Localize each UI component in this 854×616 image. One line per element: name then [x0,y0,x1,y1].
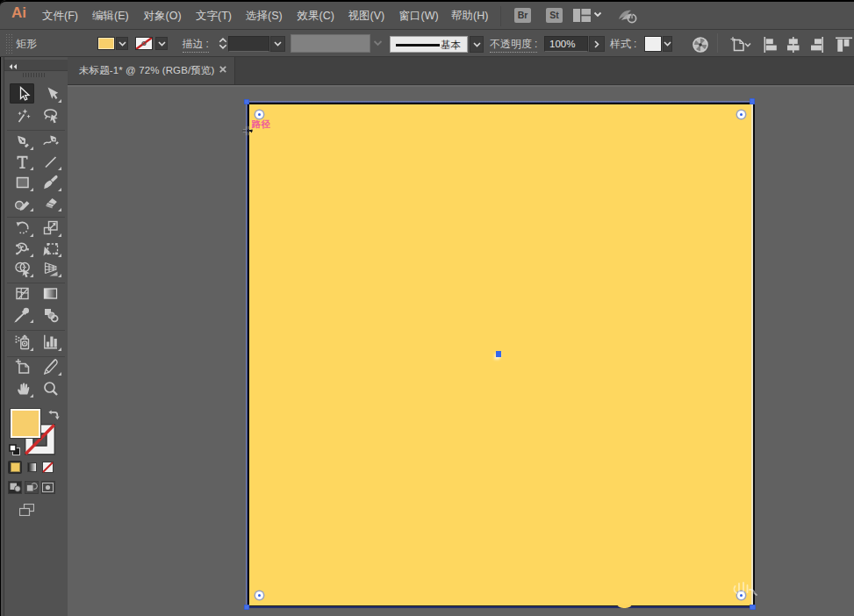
shaper-tool[interactable] [10,193,34,213]
tools-group-separator [7,130,65,131]
draw-behind-button[interactable] [25,481,39,494]
app-logo[interactable]: Ai [11,4,26,22]
stroke-weight-label[interactable]: 描边: [183,37,209,53]
menu-item-9[interactable]: 帮助(H) [451,9,488,24]
align-vertical-top-icon[interactable] [836,37,852,53]
style-swatch[interactable] [644,36,662,53]
gradient-mode-button[interactable] [25,461,39,474]
menu-item-2[interactable]: 编辑(E) [92,9,129,24]
align-horizontal-right-icon[interactable] [811,37,823,53]
draw-normal-button[interactable] [8,481,22,494]
recolor-artwork-icon[interactable] [693,37,708,53]
menu-item-7[interactable]: 视图(V) [348,9,385,24]
fill-color-chevron-button[interactable] [116,37,128,50]
stroke-color-swatch[interactable] [135,37,153,50]
tool-flyout-indicator [58,274,61,277]
menu-item-8[interactable]: 窗口(W) [399,9,439,24]
tool-flyout-indicator [30,347,33,351]
line-segment-tool[interactable] [38,152,62,172]
anchor-handle-top-right[interactable] [750,98,755,104]
tool-flyout-indicator [58,372,61,376]
tools-panel-grip[interactable] [23,73,47,77]
rectangle-tool[interactable] [10,172,34,192]
menu-item-4[interactable]: 文字(T) [196,9,232,24]
brush-definition-select[interactable]: 基本 [390,36,468,53]
direct-selection-tool[interactable] [38,83,62,104]
artboard-tool[interactable] [10,356,34,376]
anchor-handle-top-left[interactable] [244,99,249,104]
document-setup-icon[interactable] [729,37,751,52]
anchor-handle-bottom-left[interactable] [244,605,249,610]
zoom-tool[interactable] [38,378,62,398]
stroke-label-text: 描边 [183,38,204,50]
pen-tool[interactable] [10,131,34,151]
stroke-weight-chevron-button[interactable] [270,36,285,52]
control-bar-grip[interactable] [5,33,12,54]
fill-proxy[interactable] [10,408,41,439]
stroke-color-chevron-button[interactable] [155,37,168,50]
mesh-tool[interactable] [10,283,34,304]
style-chevron-button[interactable] [663,36,672,53]
align-horizontal-center-icon[interactable] [787,37,800,53]
stroke-weight-stepper[interactable] [218,35,228,52]
tools-panel [4,57,68,616]
align-horizontal-left-icon[interactable] [764,37,777,53]
workspace-chevron-down-icon[interactable] [593,11,602,18]
gradient-tool[interactable] [38,283,62,304]
scale-tool[interactable] [38,218,62,238]
stock-button[interactable]: St [546,8,563,23]
selection-tool[interactable] [10,83,34,104]
corner-widget-dot [740,113,743,116]
draw-inside-button[interactable] [41,481,55,494]
shape-builder-tool[interactable] [10,259,34,279]
menu-item-3[interactable]: 对象(O) [144,9,182,24]
opacity-panel-arrow-button[interactable] [589,36,605,52]
menu-item-6[interactable]: 效果(C) [298,9,334,24]
bridge-button[interactable]: Br [514,8,531,23]
column-graph-tool[interactable] [38,332,62,352]
type-tool[interactable] [10,152,34,172]
slice-tool[interactable] [38,356,62,376]
selection-center-point[interactable] [496,351,501,356]
corner-widget-dot [258,594,261,597]
none-mode-button[interactable] [41,461,55,474]
document-tab[interactable]: 未标题-1* @ 72% (RGB/预览) [68,57,235,84]
opacity-input[interactable]: 100% [544,36,588,52]
magic-wand-tool[interactable] [10,105,34,125]
brush-stroke-preview [396,44,440,47]
menu-item-1[interactable]: 文件(F) [42,9,78,24]
rotate-tool[interactable] [10,218,34,238]
collapse-panel-icon[interactable] [8,63,18,70]
fill-color-swatch[interactable] [97,37,115,50]
live-corner-widget-top-right[interactable] [737,111,745,118]
canvas-area[interactable]: 路径 [68,85,854,616]
swap-fill-stroke-icon[interactable] [48,410,60,420]
color-mode-button[interactable] [8,461,22,474]
tool-flyout-indicator [30,188,33,191]
width-tool[interactable] [10,239,34,259]
eraser-tool[interactable] [38,193,62,213]
brush-chevron-button[interactable] [470,36,484,53]
blend-tool[interactable] [38,304,62,325]
workspace-switcher-icon[interactable] [573,9,591,22]
ghost-brush-marks [721,569,760,605]
symbol-sprayer-tool[interactable] [10,332,34,352]
opacity-label[interactable]: 不透明度: [490,37,537,53]
stroke-weight-input[interactable] [228,36,269,52]
live-corner-widget-bottom-left[interactable] [255,591,263,599]
perspective-grid-tool[interactable] [38,259,62,279]
free-transform-tool[interactable] [38,239,62,259]
curvature-tool[interactable] [38,131,62,151]
paintbrush-tool[interactable] [38,172,62,192]
screen-mode-button[interactable] [18,502,36,517]
tab-close-icon[interactable] [219,65,228,75]
lasso-tool[interactable] [38,105,62,125]
hand-tool[interactable] [10,378,34,398]
style-label[interactable]: 样式: [610,37,636,52]
default-fill-stroke-icon[interactable] [9,444,20,455]
tool-flyout-indicator [58,347,61,351]
cs-live-icon[interactable] [617,7,638,25]
menu-item-5[interactable]: 选择(S) [246,9,283,24]
eyedropper-tool[interactable] [10,304,34,325]
tool-flyout-indicator [30,208,33,211]
